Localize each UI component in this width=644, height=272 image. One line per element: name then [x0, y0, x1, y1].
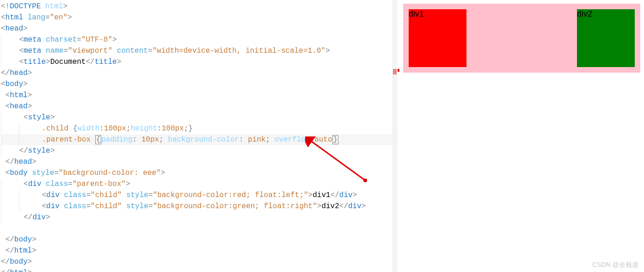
div2-box: div2 [577, 9, 635, 67]
code-line[interactable]: <html lang="en"> [1, 12, 398, 23]
parent-box: div1 div2 [403, 4, 640, 73]
code-line[interactable]: </body> [1, 234, 398, 245]
div1-box: div1 [409, 9, 466, 67]
code-line[interactable]: .parent-box {padding: 10px; background-c… [1, 134, 398, 145]
code-line[interactable]: <meta charset="UTF-8"> [1, 34, 398, 45]
editor-scrollbar[interactable] [392, 0, 398, 272]
code-line[interactable]: <style> [1, 112, 398, 123]
code-editor[interactable]: <!DOCTYPE html><html lang="en"><head> <m… [0, 0, 398, 272]
code-line[interactable]: <title>Document</title> [1, 56, 398, 68]
code-line[interactable] [1, 223, 398, 234]
code-line[interactable]: </div> [1, 212, 398, 223]
preview-pane: div1 div2 [399, 0, 644, 272]
code-line[interactable]: <html> [1, 90, 398, 101]
code-line[interactable]: <body style="background-color: eee"> [1, 167, 398, 179]
code-line[interactable]: <head> [1, 101, 398, 112]
code-line[interactable]: <meta name="viewport" content="width=dev… [1, 45, 398, 56]
code-line[interactable]: .child {width:100px;height:100px;} [1, 123, 398, 134]
code-line[interactable]: </head> [1, 68, 398, 79]
code-line[interactable]: </head> [1, 156, 398, 167]
code-line[interactable]: </html> [1, 245, 398, 256]
code-line[interactable]: <!DOCTYPE html> [1, 1, 398, 12]
code-line[interactable]: </style> [1, 145, 398, 156]
code-line[interactable]: <head> [1, 23, 398, 34]
code-line[interactable]: </body> [1, 256, 398, 267]
code-line[interactable]: <body> [1, 79, 398, 90]
code-line[interactable]: <div class="parent-box"> [1, 179, 398, 190]
code-line[interactable]: <div class="child" style="background-col… [1, 190, 398, 201]
watermark: CSDN @全栈道 [592, 261, 638, 269]
code-line[interactable]: <div class="child" style="background-col… [1, 201, 398, 212]
code-line[interactable]: </html> [1, 267, 398, 272]
